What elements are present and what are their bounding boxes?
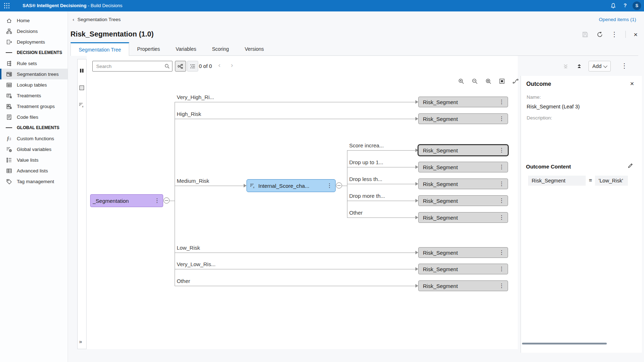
outcome-node[interactable]: Risk_Segment⋮ — [418, 113, 508, 124]
node-menu-icon[interactable]: ⋮ — [499, 99, 504, 105]
help-icon[interactable]: ? — [624, 3, 627, 8]
sidebar-item-segmentation-trees[interactable]: Segmentation trees — [0, 69, 68, 79]
tab-properties[interactable]: Properties — [129, 42, 168, 55]
sidebar-item-lookup-tables[interactable]: Lookup tables — [0, 79, 68, 90]
strip-expand-icon[interactable]: » — [79, 338, 82, 344]
outcome-node[interactable]: Risk_Segment⋮ — [418, 247, 508, 258]
collapse-toggle-icon[interactable] — [164, 197, 170, 204]
overview-panel-icon[interactable] — [79, 85, 85, 91]
sidebar-item-global-variables[interactable]: Global variables — [0, 144, 68, 155]
variables-panel-icon[interactable]: x — [79, 102, 85, 108]
collapse-toggle-icon[interactable] — [336, 182, 342, 189]
node-menu-icon[interactable]: ⋮ — [154, 198, 160, 204]
edit-outcome-icon[interactable] — [628, 163, 633, 168]
edge-arrow — [415, 251, 418, 254]
node-menu-icon[interactable]: ⋮ — [499, 181, 504, 187]
notifications-icon[interactable] — [610, 3, 616, 9]
sidebar-item-value-lists[interactable]: Value lists — [0, 155, 68, 165]
name-label: Name: — [527, 94, 541, 100]
breadcrumb[interactable]: ‹Segmentation Trees — [73, 17, 121, 22]
node-menu-icon[interactable]: ⋮ — [499, 266, 504, 272]
branch-label: Drop less th... — [349, 176, 382, 182]
search-icon[interactable] — [162, 61, 172, 71]
header-more-menu-icon[interactable]: ⋮ — [611, 31, 618, 38]
edge — [175, 119, 415, 119]
outcome-node[interactable]: Risk_Segment⋮ — [418, 264, 508, 274]
previous-match-icon[interactable]: ‹ — [218, 61, 220, 69]
expand-all-icon[interactable] — [576, 63, 582, 69]
divider — [625, 31, 626, 38]
outcome-node[interactable]: Risk_Segment⋮ — [418, 97, 508, 107]
tree-view-toggle[interactable] — [175, 61, 186, 72]
tab-segmentation-tree[interactable]: Segmentation Tree — [70, 42, 129, 56]
edge — [342, 186, 347, 186]
user-avatar[interactable]: S — [633, 1, 641, 10]
close-item-icon[interactable]: × — [634, 31, 638, 38]
panel-close-icon[interactable]: × — [630, 80, 634, 87]
layout-options-icon[interactable] — [512, 78, 519, 84]
edge — [170, 201, 175, 201]
outcome-node-selected[interactable]: Risk_Segment⋮ — [418, 145, 508, 156]
node-menu-icon[interactable]: ⋮ — [499, 198, 504, 204]
zoom-in-icon[interactable] — [458, 78, 464, 84]
branch-label: Medium_Risk — [177, 178, 209, 184]
opened-items-link[interactable]: Opened items (1) — [599, 17, 636, 22]
custom-functions-icon: f[ ] — [6, 135, 12, 142]
node-menu-icon[interactable]: ⋮ — [327, 183, 332, 189]
node-menu-icon[interactable]: ⋮ — [499, 164, 504, 170]
sidebar-item-decisions[interactable]: Decisions — [0, 26, 68, 36]
sidebar-item-treatments[interactable]: Treatments — [0, 90, 68, 101]
treatments-icon — [6, 92, 12, 99]
svg-text:x: x — [82, 105, 84, 108]
node-menu-icon[interactable]: ⋮ — [499, 147, 504, 153]
fit-to-window-icon[interactable] — [499, 78, 505, 84]
root-node[interactable]: _Segmentation ⋮ — [90, 194, 163, 207]
zoom-out-icon[interactable] — [472, 78, 478, 84]
edge — [175, 253, 415, 253]
assign-target-field[interactable]: Risk_Segment — [528, 176, 586, 186]
toolbar-more-menu-icon[interactable]: ⋮ — [621, 63, 628, 69]
rule-sets-icon — [6, 60, 12, 67]
sidebar-item-advanced-lists[interactable]: Advanced lists — [0, 165, 68, 176]
tab-versions[interactable]: Versions — [237, 42, 272, 55]
sidebar-item-custom-functions[interactable]: f[ ] Custom functions — [0, 133, 68, 144]
node-menu-icon[interactable]: ⋮ — [499, 283, 504, 289]
edge-arrow — [415, 182, 418, 186]
sidebar-item-code-files[interactable]: Code files — [0, 112, 68, 122]
add-button[interactable]: Add — [589, 61, 611, 72]
sidebar-item-home[interactable]: Home — [0, 15, 68, 26]
tab-scoring[interactable]: Scoring — [204, 42, 236, 55]
next-match-icon[interactable]: › — [231, 61, 233, 69]
search-input[interactable] — [93, 64, 162, 69]
sidebar-item-tag-management[interactable]: Tag management — [0, 176, 68, 187]
node-menu-icon[interactable]: ⋮ — [499, 250, 504, 255]
list-view-toggle[interactable] — [187, 61, 198, 72]
node-menu-icon[interactable]: ⋮ — [499, 215, 504, 220]
sidebar-item-treatment-groups[interactable]: Treatment groups — [0, 101, 68, 112]
edge-arrow — [415, 100, 418, 104]
app-switcher-icon[interactable] — [4, 3, 10, 9]
sidebar-item-deployments[interactable]: Deployments — [0, 36, 68, 47]
outcome-node[interactable]: Risk_Segment⋮ — [418, 195, 508, 206]
tab-bar: Segmentation Tree Properties Variables S… — [70, 42, 638, 56]
node-menu-icon[interactable]: ⋮ — [499, 116, 504, 122]
sidebar-item-rule-sets[interactable]: Rule sets — [0, 58, 68, 69]
internal-node[interactable]: x Internal_Score_cha... ⋮ — [247, 179, 336, 192]
assign-operator: = — [589, 177, 592, 183]
assign-value-field[interactable]: 'Low_Risk' — [595, 176, 628, 186]
split-view-icon[interactable] — [79, 68, 85, 74]
name-value: Risk_Segment (Leaf 3) — [527, 104, 580, 109]
outcome-node[interactable]: Risk_Segment⋮ — [418, 212, 508, 223]
outcome-node[interactable]: Risk_Segment⋮ — [418, 178, 508, 189]
outcome-panel: Outcome × Name: Risk_Segment (Leaf 3) De… — [521, 76, 642, 353]
horizontal-scrollbar-thumb[interactable] — [522, 343, 607, 344]
tab-variables[interactable]: Variables — [168, 42, 204, 55]
edge — [347, 201, 415, 201]
refresh-icon[interactable] — [596, 31, 603, 38]
save-icon[interactable] — [582, 31, 589, 38]
collapse-all-icon[interactable] — [562, 63, 569, 69]
outcome-node[interactable]: Risk_Segment⋮ — [418, 280, 508, 291]
zoom-reset-icon[interactable] — [485, 78, 492, 84]
edge-arrow — [244, 184, 247, 187]
outcome-node[interactable]: Risk_Segment⋮ — [418, 162, 508, 172]
